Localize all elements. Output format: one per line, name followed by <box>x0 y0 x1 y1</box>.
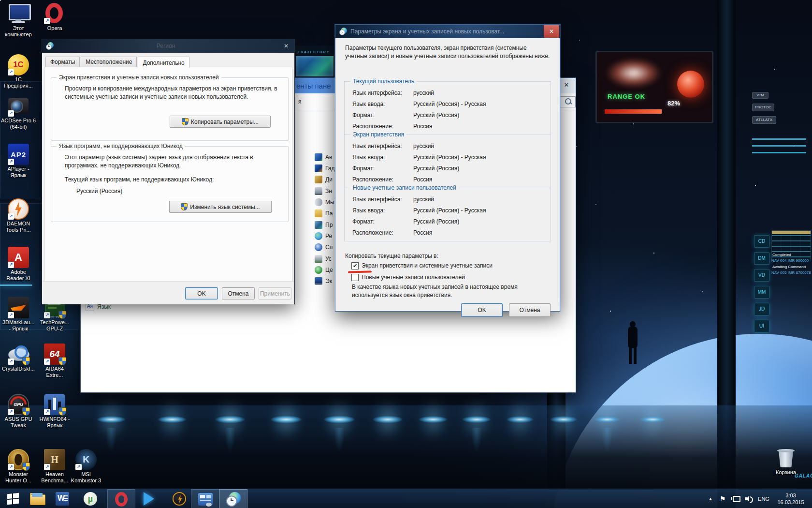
chip-mm: MM <box>754 286 769 299</box>
aplayer-icon: AP2 ↗ <box>8 144 29 165</box>
cp-item-icon <box>315 266 322 274</box>
tab-formats[interactable]: Форматы <box>45 57 80 67</box>
shortcut-arrow-icon: ↗ <box>75 464 82 470</box>
gpu-tweak-icon: GPU ↗ <box>8 394 29 415</box>
taskbar-explorer[interactable] <box>27 489 47 508</box>
cp-item-programs[interactable]: Пр <box>315 221 333 229</box>
desktop-icon-aida64[interactable]: 64 ↗ AIDA64 Extre... <box>36 344 73 378</box>
desktop-icon-msi-kombustor[interactable]: K ↗ MSI Kombustor 3 <box>68 449 104 484</box>
trajectory-image <box>296 56 334 76</box>
explorer-folder-icon <box>30 493 44 505</box>
uac-shield-icon <box>58 407 66 416</box>
tab-advanced[interactable]: Дополнительно <box>138 57 189 68</box>
cp-item-icon <box>315 153 322 161</box>
cp-item-windows-update[interactable]: Це <box>315 266 333 274</box>
chip-ui: UI <box>754 320 769 332</box>
uac-shield-icon <box>22 407 30 416</box>
action-center-flag-icon[interactable]: ⚑ <box>717 489 728 508</box>
taskbar-word[interactable]: W <box>52 489 72 508</box>
taskbar-opera-active[interactable] <box>107 489 135 508</box>
desktop-icon-1c[interactable]: 1С ↗ 1С Предприя... <box>0 54 37 89</box>
region-dialog-titlebar[interactable]: Регион ✕ <box>42 39 294 53</box>
cp-item-mouse[interactable]: Мы <box>315 198 334 206</box>
ok-button[interactable]: OK <box>185 287 218 299</box>
cancel-button[interactable]: Отмена <box>509 303 551 317</box>
apply-button[interactable]: Применить <box>259 287 291 299</box>
nav1-text: NAV 004 IMR 900000 <box>771 258 809 263</box>
awaiting-text: Awaiting Command <box>772 265 806 269</box>
control-panel-close-button[interactable]: ✕ <box>561 82 572 88</box>
desktop-icon-this-pc[interactable]: Этот компьютер <box>0 3 37 38</box>
checkbox-welcome-screen[interactable]: ✔ <box>351 262 359 269</box>
cp-item-region[interactable]: Ре <box>315 232 332 240</box>
copy-settings-label: Копировать текущие параметры в: <box>345 252 438 260</box>
taskbar-control-panel[interactable] <box>191 489 219 508</box>
region-dialog-close-button[interactable]: ✕ <box>278 43 294 49</box>
cp-item-icon <box>315 164 322 172</box>
taskbar-media-player[interactable] <box>138 489 160 508</box>
cp-item-display[interactable]: Эк <box>315 277 332 285</box>
ok-button[interactable]: OK <box>461 303 503 317</box>
desktop-icon-hwinfo[interactable]: ↗ HWiNFO64 - Ярлык <box>36 394 73 429</box>
region-dialog-icon <box>46 42 54 50</box>
desktop-icon-daemon[interactable]: ↗ DAEMON Tools Pri... <box>0 198 37 233</box>
tab-location[interactable]: Местоположение <box>81 57 137 67</box>
checkbox-new-accounts[interactable] <box>351 274 359 281</box>
desktop-icon-3dmark[interactable]: ↗ 3DMarkLau... - Ярлык <box>0 297 37 332</box>
desktop-icon-monster-hunter[interactable]: ↗ Monster Hunter O... <box>0 449 37 484</box>
cp-item-folder-options[interactable]: Па <box>315 209 333 217</box>
monster-hunter-icon: ↗ <box>8 449 29 470</box>
unicode-group-text: Этот параметр (язык системы) задает язык… <box>65 153 273 170</box>
daemon-tools-icon: ↗ <box>8 198 29 220</box>
welcome-screen-group: Экран приветствия и учетные записи новых… <box>51 77 289 141</box>
hwinfo-icon: ↗ <box>44 394 65 415</box>
cp-item-gadgets[interactable]: Гад <box>315 164 335 172</box>
vtm-label: VTM <box>752 92 768 99</box>
region-icon <box>226 492 240 507</box>
desktop-icon-gpu-tweak[interactable]: GPU ↗ ASUS GPU Tweak <box>0 394 37 429</box>
desktop-icon-opera[interactable]: ↗ Opera <box>36 3 73 31</box>
desktop-icon-adobe-reader[interactable]: A ↗ Adobe Reader XI <box>0 247 37 282</box>
network-icon[interactable] <box>729 489 741 508</box>
cancel-button[interactable]: Отмена <box>222 287 255 299</box>
settings-dialog-titlebar[interactable]: Параметры экрана и учетных записей новых… <box>335 25 560 38</box>
desktop-icon-label: AIDA64 Extre... <box>36 366 73 378</box>
settings-dialog-close-button[interactable]: ✕ <box>544 25 559 38</box>
checkbox-welcome-label: Экран приветствия и системные учетные за… <box>362 262 493 270</box>
checkbox-new-accounts-label: Новые учетные записи пользователей <box>362 273 465 282</box>
cp-item-devices[interactable]: Ус <box>315 255 332 263</box>
desktop-icon-aplayer[interactable]: AP2 ↗ APlayer - Ярлык <box>0 144 37 179</box>
crystaldisk-icon: ↗ <box>8 344 29 365</box>
settings-dialog-body: Параметры текущего пользователя, экран п… <box>335 38 560 311</box>
opera-icon: ↗ <box>44 3 65 24</box>
adobe-reader-icon: A ↗ <box>8 247 29 268</box>
taskbar-utorrent[interactable]: µ <box>79 489 102 508</box>
clock-time: 3:03 <box>785 492 796 499</box>
desktop-icon-crystaldisk[interactable]: ↗ CrystalDiskI... <box>0 344 37 372</box>
volume-icon[interactable] <box>742 489 755 508</box>
region-dialog-title: Регион <box>54 43 278 49</box>
cp-item-accessibility[interactable]: Сп <box>315 243 333 251</box>
chip-vd: VD <box>754 269 769 282</box>
stars <box>0 0 1 1</box>
desktop-icon-recycle-bin[interactable]: Корзина <box>768 447 804 476</box>
clock-date: 16.03.2015 <box>777 499 804 506</box>
settings-dialog: Параметры экрана и учетных записей новых… <box>335 24 560 312</box>
cp-item-notification[interactable]: Зн <box>315 187 332 195</box>
desktop-icon-acdsee[interactable]: ↗ ACDSee Pro 6 (64-bit) <box>0 95 37 130</box>
language-indicator[interactable]: ENG <box>756 489 771 508</box>
taskbar-region-settings-active[interactable] <box>219 489 247 508</box>
shortcut-arrow-icon: ↗ <box>44 18 50 24</box>
tray-expand-arrow[interactable]: ▲ <box>705 489 716 508</box>
change-system-language-button[interactable]: Изменить язык системы... <box>169 201 272 213</box>
start-button[interactable] <box>4 489 22 508</box>
shortcut-arrow-icon: ↗ <box>8 359 14 365</box>
clock[interactable]: 3:03 16.03.2015 <box>773 489 808 508</box>
cp-item-icon <box>315 243 322 251</box>
taskbar-daemon-tools[interactable] <box>168 489 190 508</box>
current-unicode-language-value: Русский (Россия) <box>76 187 122 195</box>
copy-settings-button[interactable]: Копировать параметры... <box>170 116 271 128</box>
cp-item-credentials[interactable]: Ди <box>315 176 333 183</box>
cp-item-autoplay[interactable]: Ав <box>315 153 332 161</box>
monitor-red-bar <box>605 109 662 114</box>
